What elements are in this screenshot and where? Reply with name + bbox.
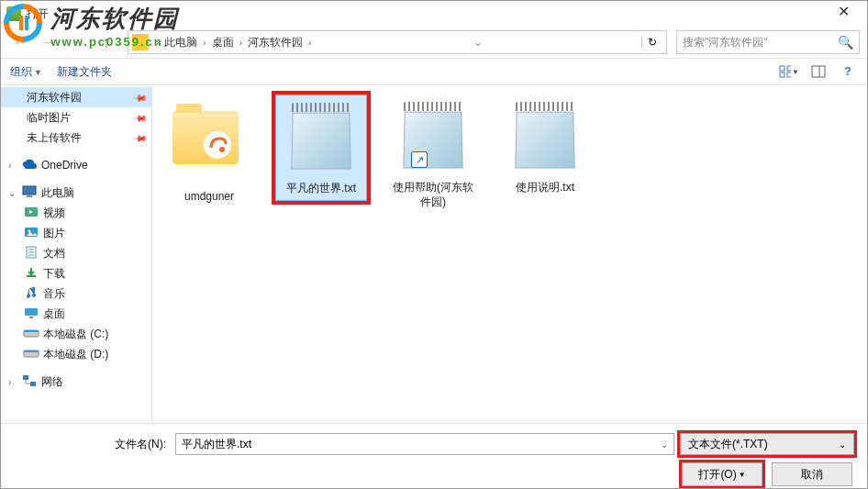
sidebar-item-network[interactable]: ›网络 — [1, 372, 151, 392]
drive-icon — [23, 328, 39, 341]
sidebar-item-music[interactable]: 音乐 — [1, 283, 151, 304]
music-icon — [23, 286, 39, 302]
svg-point-26 — [204, 131, 231, 159]
toolbar: 组织▼ 新建文件夹 ▼ ? — [1, 58, 867, 85]
sidebar: 河东软件园📌临时图片📌未上传软件📌›OneDrive⌄此电脑视频图片文档下载音乐… — [1, 85, 152, 423]
recent-dropdown[interactable]: ▾ — [63, 30, 87, 54]
app-icon — [6, 6, 21, 21]
network-icon — [21, 374, 38, 390]
chevron-down-icon[interactable]: ⌄ — [839, 439, 846, 450]
pin-icon: 📌 — [133, 130, 148, 145]
pin-icon: 📌 — [133, 110, 148, 125]
forward-button[interactable]: → — [36, 30, 60, 54]
view-mode-button[interactable]: ▼ — [779, 61, 799, 82]
window-title: 打开 — [27, 6, 825, 22]
breadcrumb[interactable]: › 此电脑 › 桌面 › 河东软件园 › ⌄ ↻ — [128, 30, 667, 54]
sidebar-item-label: 网络 — [41, 374, 63, 390]
help-button[interactable]: ? — [838, 61, 858, 82]
svg-rect-23 — [24, 350, 39, 352]
svg-rect-5 — [787, 72, 791, 77]
file-item[interactable]: 使用说明.txt — [499, 94, 591, 199]
sidebar-item-videos[interactable]: 视频 — [1, 203, 151, 223]
back-button[interactable]: ← — [8, 30, 32, 54]
sidebar-item-documents[interactable]: 文档 — [1, 243, 151, 263]
file-label: umdguner — [165, 190, 253, 205]
new-folder-button[interactable]: 新建文件夹 — [57, 64, 112, 80]
preview-pane-button[interactable] — [808, 61, 829, 82]
onedrive-icon — [21, 158, 38, 173]
file-type-filter[interactable]: 文本文件(*.TXT) ⌄ — [680, 433, 854, 455]
sidebar-item-label: OneDrive — [41, 159, 88, 172]
chevron-icon[interactable]: › — [8, 161, 17, 171]
breadcrumb-item[interactable]: 桌面 — [210, 33, 236, 52]
sidebar-item-onedrive[interactable]: ›OneDrive — [1, 155, 151, 175]
file-item[interactable]: 平凡的世界.txt — [275, 94, 367, 201]
sidebar-item-label: 本地磁盘 (C:) — [43, 327, 108, 342]
sidebar-item-desktop[interactable]: 桌面 — [1, 304, 151, 324]
main-area: 河东软件园📌临时图片📌未上传软件📌›OneDrive⌄此电脑视频图片文档下载音乐… — [1, 85, 867, 423]
downloads-icon — [23, 266, 39, 282]
svg-rect-24 — [23, 375, 28, 380]
sidebar-item-label: 河东软件园 — [27, 90, 82, 106]
svg-rect-2 — [780, 66, 785, 71]
svg-rect-19 — [29, 317, 33, 318]
pc-icon — [21, 185, 38, 201]
sidebar-item-label: 临时图片 — [27, 110, 71, 126]
refresh-button[interactable]: ↻ — [641, 36, 662, 49]
breadcrumb-item[interactable]: 河东软件园 — [246, 33, 305, 52]
sidebar-item-label: 文档 — [43, 246, 65, 261]
sidebar-item-label: 未上传软件 — [27, 130, 82, 146]
svg-rect-9 — [27, 195, 32, 197]
open-button[interactable]: 打开(O)▼ — [682, 462, 762, 486]
sidebar-item-label: 桌面 — [43, 306, 65, 322]
chevron-right-icon: › — [156, 38, 159, 48]
sidebar-item-folder[interactable]: 河东软件园📌 — [1, 87, 151, 107]
cancel-button[interactable]: 取消 — [772, 462, 852, 486]
sidebar-item-pictures[interactable]: 图片 — [1, 223, 151, 243]
filename-input[interactable]: 平凡的世界.txt ⌄ — [175, 433, 674, 455]
chevron-right-icon: › — [308, 38, 311, 48]
svg-rect-4 — [780, 72, 785, 77]
sidebar-item-label: 本地磁盘 (D:) — [43, 347, 108, 362]
sidebar-item-label: 音乐 — [43, 286, 65, 302]
titlebar: 打开 ✕ — [1, 1, 867, 27]
sidebar-item-pc[interactable]: ⌄此电脑 — [1, 183, 151, 203]
pictures-icon — [23, 226, 39, 241]
sidebar-item-downloads[interactable]: 下载 — [1, 263, 151, 283]
svg-rect-8 — [23, 186, 36, 194]
search-input[interactable]: 搜索"河东软件园" 🔍 — [676, 30, 860, 54]
sidebar-item-folder[interactable]: 未上传软件📌 — [1, 128, 151, 148]
svg-rect-25 — [30, 382, 36, 386]
svg-rect-18 — [25, 308, 38, 316]
folder-icon — [132, 34, 149, 50]
nav-row: ← → ▾ ↑ › 此电脑 › 桌面 › 河东软件园 › ⌄ ↻ 搜索"河东软件… — [1, 27, 867, 58]
sidebar-item-drive[interactable]: 本地磁盘 (D:) — [1, 344, 151, 364]
shortcut-icon: ↗ — [411, 151, 428, 168]
file-label: 使用说明.txt — [501, 181, 589, 195]
bottom-panel: 文件名(N): 平凡的世界.txt ⌄ 文本文件(*.TXT) ⌄ 打开(O)▼… — [1, 423, 867, 489]
sidebar-item-drive[interactable]: 本地磁盘 (C:) — [1, 324, 151, 344]
search-placeholder: 搜索"河东软件园" — [683, 35, 838, 50]
file-list[interactable]: umdguner平凡的世界.txt↗使用帮助(河东软件园)使用说明.txt — [152, 85, 867, 423]
file-item[interactable]: umdguner — [163, 94, 255, 208]
chevron-icon[interactable]: › — [8, 377, 17, 387]
sidebar-item-label: 此电脑 — [41, 185, 74, 201]
file-item[interactable]: ↗使用帮助(河东软件园) — [387, 94, 479, 213]
drive-icon — [23, 348, 39, 361]
chevron-down-icon[interactable]: ⌄ — [661, 439, 668, 450]
up-button[interactable]: ↑ — [95, 30, 118, 54]
file-label: 使用帮助(河东软件园) — [389, 181, 477, 209]
chevron-right-icon: › — [203, 38, 206, 48]
organize-menu[interactable]: 组织▼ — [10, 64, 42, 80]
search-icon[interactable]: 🔍 — [838, 35, 853, 50]
chevron-icon[interactable]: ⌄ — [8, 188, 17, 198]
breadcrumb-item[interactable]: 此电脑 — [162, 33, 199, 52]
sidebar-item-folder[interactable]: 临时图片📌 — [1, 107, 151, 128]
sidebar-item-label: 下载 — [43, 266, 65, 282]
sidebar-item-label: 图片 — [43, 226, 65, 241]
pin-icon: 📌 — [133, 90, 148, 105]
filename-label: 文件名(N): — [14, 437, 170, 452]
breadcrumb-dropdown[interactable]: ⌄ — [470, 36, 486, 49]
sidebar-item-label: 视频 — [43, 206, 65, 221]
close-button[interactable]: ✕ — [825, 3, 862, 25]
